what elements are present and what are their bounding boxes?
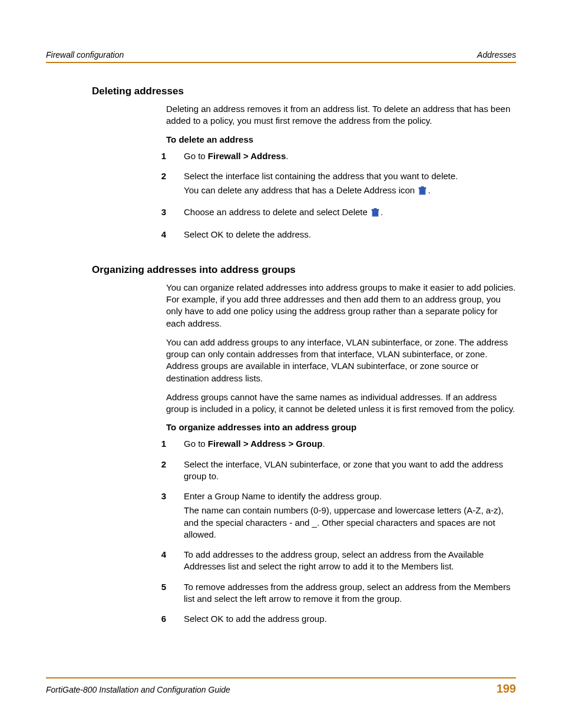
section-deleting-intro: Deleting an address removes it from an a… bbox=[166, 103, 516, 127]
step-number: 5 bbox=[137, 581, 184, 608]
step-text: To add addresses to the address group, s… bbox=[184, 549, 516, 573]
step-number: 6 bbox=[137, 613, 184, 627]
page-content: Deleting addresses Deleting an address r… bbox=[46, 85, 516, 677]
step-text: . bbox=[322, 439, 325, 449]
step-body: Enter a Group Name to identify the addre… bbox=[184, 490, 516, 543]
step-row: 5 To remove addresses from the address g… bbox=[137, 581, 516, 608]
section-groups-p2: You can add address groups to any interf… bbox=[166, 337, 516, 384]
step-body: Select OK to add the address group. bbox=[184, 613, 327, 627]
step-number: 4 bbox=[137, 229, 184, 243]
step-row: 2 Select the interface, VLAN subinterfac… bbox=[137, 459, 516, 485]
step-body: To add addresses to the address group, s… bbox=[184, 549, 516, 575]
step-text: . bbox=[428, 185, 430, 195]
section-deleting-title: Deleting addresses bbox=[92, 85, 516, 97]
svg-rect-11 bbox=[374, 209, 376, 210]
howto-group-title: To organize addresses into an address gr… bbox=[166, 422, 516, 432]
step-row: 3 Choose an address to delete and select… bbox=[137, 206, 516, 222]
step-body: To remove addresses from the address gro… bbox=[184, 581, 516, 608]
footer-rule bbox=[46, 677, 516, 678]
step-text: Go to bbox=[184, 151, 208, 161]
step-text: To remove addresses from the address gro… bbox=[184, 581, 516, 605]
step-number: 1 bbox=[137, 438, 184, 452]
step-text: Go to bbox=[184, 439, 208, 449]
step-row: 2 Select the interface list containing t… bbox=[137, 170, 516, 201]
step-number: 1 bbox=[137, 150, 184, 164]
step-row: 3 Enter a Group Name to identify the add… bbox=[137, 490, 516, 543]
header-rule bbox=[46, 62, 516, 63]
step-text: Select OK to add the address group. bbox=[184, 613, 327, 625]
section-groups-title: Organizing addresses into address groups bbox=[92, 264, 516, 276]
step-text: Select the interface list containing the… bbox=[184, 170, 458, 182]
section-groups-p1: You can organize related addresses into … bbox=[166, 282, 516, 330]
step-row: 4 Select OK to delete the address. bbox=[137, 229, 516, 243]
howto-delete-title: To delete an address bbox=[166, 134, 516, 144]
step-text: . bbox=[381, 207, 383, 217]
step-body: Go to Firewall > Address. bbox=[184, 150, 288, 164]
step-text: Select the interface, VLAN subinterface,… bbox=[184, 459, 516, 483]
svg-rect-5 bbox=[421, 187, 424, 188]
step-number: 2 bbox=[137, 459, 184, 485]
step-number: 2 bbox=[137, 170, 184, 201]
running-header: Firewall configuration Addresses bbox=[46, 50, 516, 85]
step-body: Select the interface, VLAN subinterface,… bbox=[184, 459, 516, 485]
step-text: Select OK to delete the address. bbox=[184, 229, 311, 241]
header-left: Firewall configuration bbox=[46, 50, 124, 60]
step-text: You can delete any address that has a De… bbox=[184, 185, 417, 195]
step-row: 1 Go to Firewall > Address > Group. bbox=[137, 438, 516, 452]
step-number: 3 bbox=[137, 206, 184, 222]
section-groups-p3: Address groups cannot have the same name… bbox=[166, 391, 516, 416]
delete-trash-icon bbox=[371, 208, 379, 220]
step-number: 4 bbox=[137, 549, 184, 575]
delete-trash-icon bbox=[418, 186, 427, 198]
footer-left: FortiGate-800 Installation and Configura… bbox=[46, 685, 230, 694]
step-row: 4 To add addresses to the address group,… bbox=[137, 549, 516, 575]
step-body: Select OK to delete the address. bbox=[184, 229, 311, 243]
step-number: 3 bbox=[137, 490, 184, 543]
step-body: Choose an address to delete and select D… bbox=[184, 206, 383, 222]
page-number: 199 bbox=[497, 682, 516, 696]
step-text: . bbox=[286, 151, 288, 161]
step-text: Enter a Group Name to identify the addre… bbox=[184, 490, 516, 502]
step-body: Select the interface list containing the… bbox=[184, 170, 458, 201]
header-right: Addresses bbox=[477, 50, 516, 60]
step-text: Choose an address to delete and select D… bbox=[184, 207, 370, 217]
step-body: Go to Firewall > Address > Group. bbox=[184, 438, 325, 452]
nav-path: Firewall > Address > Group bbox=[208, 439, 323, 449]
step-row: 1 Go to Firewall > Address. bbox=[137, 150, 516, 164]
running-footer: FortiGate-800 Installation and Configura… bbox=[46, 677, 516, 696]
nav-path: Firewall > Address bbox=[208, 151, 286, 161]
step-text: The name can contain numbers (0-9), uppe… bbox=[184, 505, 516, 541]
step-row: 6 Select OK to add the address group. bbox=[137, 613, 516, 627]
